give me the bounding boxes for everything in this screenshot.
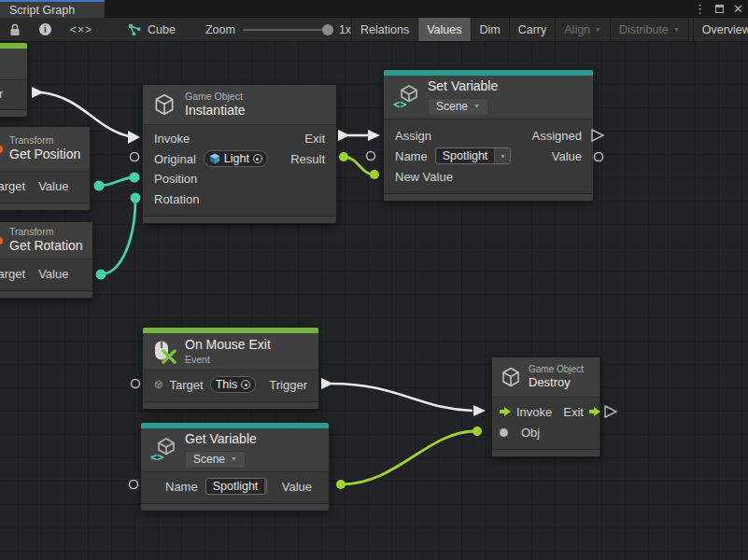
result-port-label: Result (290, 152, 325, 166)
node-title: On Mouse Exit (185, 337, 271, 354)
name-port-label: Name (395, 149, 428, 163)
node-title: Instantiate (185, 103, 246, 119)
node-instantiate[interactable]: Game Object Instantiate Invoke Exit Orig… (142, 84, 337, 224)
port-destroy-exit[interactable] (605, 406, 616, 417)
toolbar-buttons: Relations Values Dim Carry Align ▼ Distr… (351, 18, 748, 41)
window-controls: ⋮ ✕ (694, 0, 743, 18)
node-title: Get Position (9, 147, 80, 163)
port-getvariable-name[interactable] (130, 481, 138, 489)
graph-reference[interactable]: Cube (119, 18, 185, 41)
game-object-icon (209, 153, 220, 164)
zoom-slider[interactable] (243, 29, 332, 31)
chevron-down-icon: ▼ (231, 455, 237, 464)
variable-name-dropdown[interactable]: Spotlight ▼ (435, 147, 512, 164)
object-field-this[interactable]: This (210, 376, 257, 393)
variable-kind-dropdown[interactable]: Scene ▼ (185, 451, 246, 469)
graph-icon (128, 23, 142, 36)
overview-button[interactable]: Overview (693, 18, 748, 41)
relations-button[interactable]: Relations (352, 18, 418, 41)
object-field-value: This (216, 378, 238, 391)
values-button[interactable]: Values (418, 18, 471, 41)
wire-getvariable-value-to-destroy-obj[interactable] (336, 427, 482, 489)
node-hidden-event[interactable]: r (0, 42, 28, 118)
target-port-label: Target (0, 267, 25, 281)
transform-icon (0, 237, 3, 245)
node-footer (0, 109, 27, 117)
name-port-label: Name (165, 480, 198, 494)
assigned-port-label: Assigned (532, 129, 582, 143)
graph-name: Cube (148, 23, 176, 36)
object-field-light[interactable]: Light (204, 150, 268, 167)
rotation-port-label: Rotation (154, 192, 199, 206)
new-value-port-label: New Value (395, 170, 453, 184)
lock-icon (9, 23, 21, 36)
value-port-label: Value (282, 480, 312, 494)
tab-strip: Script Graph ⋮ ✕ (0, 0, 748, 18)
node-footer (384, 193, 593, 201)
cube-icon (154, 378, 163, 391)
port-setvariable-value[interactable] (595, 153, 603, 161)
lock-button[interactable] (0, 18, 30, 41)
node-footer (0, 290, 92, 298)
node-footer (143, 216, 336, 223)
wire-instantiate-exit-to-setvariable-assign[interactable] (338, 130, 380, 141)
flow-arrow-icon (500, 407, 511, 416)
relations-label: Relations (360, 23, 409, 36)
chevron-down-icon: ▼ (265, 483, 266, 490)
node-category: Transform (9, 134, 80, 147)
variable-name-value: Spotlight (206, 480, 265, 493)
node-category: Game Object (185, 91, 246, 103)
node-title: Destroy (529, 375, 584, 390)
info-button[interactable]: i (30, 18, 61, 41)
object-picker-icon[interactable] (253, 154, 262, 163)
values-label: Values (427, 23, 461, 36)
node-get-variable[interactable]: <> Get Variable Scene ▼ Name Spotlight ▼ (140, 422, 330, 511)
hidden-event-header (0, 49, 27, 80)
dim-button[interactable]: Dim (472, 18, 510, 41)
variable-kind-dropdown[interactable]: Scene ▼ (428, 98, 488, 116)
graph-canvas[interactable]: r Transform Get Position Target Value (0, 42, 748, 560)
tab-title: Script Graph (9, 4, 75, 17)
node-on-mouse-exit[interactable]: On Mouse Exit Event Target This Trigger (142, 327, 319, 410)
variable-name-dropdown[interactable]: Spotlight ▼ (205, 478, 267, 495)
node-footer (0, 203, 90, 210)
distribute-label: Distribute (619, 23, 669, 36)
node-destroy[interactable]: Game Object Destroy Invoke Exit Obj (491, 357, 600, 457)
align-button[interactable]: Align ▼ (556, 18, 611, 41)
script-graph-window: Script Graph ⋮ ✕ i <×> (0, 0, 748, 560)
wire-getposition-value-to-instantiate-position[interactable] (94, 173, 140, 191)
original-port-label: Original (154, 152, 196, 166)
zoom-value: 1x (339, 23, 351, 36)
close-icon[interactable]: ✕ (733, 3, 743, 15)
assign-port-label: Assign (395, 129, 431, 143)
port-instantiate-original[interactable] (131, 153, 139, 161)
svg-text:<>: <> (150, 451, 163, 463)
zoom-control: Zoom 1x (205, 18, 351, 41)
port-setvariable-name[interactable] (367, 152, 375, 161)
node-footer (492, 449, 600, 456)
node-get-position[interactable]: Transform Get Position Target Value (0, 126, 91, 211)
wire-mouseexit-trigger-to-destroy-invoke[interactable] (321, 378, 486, 416)
menu-icon[interactable]: ⋮ (694, 3, 706, 15)
transform-icon (0, 146, 3, 153)
obj-port-label: Obj (521, 426, 540, 440)
wire-getrotation-value-to-instantiate-rotation[interactable] (96, 193, 141, 280)
wire-instantiate-result-to-setvariable-newvalue[interactable] (339, 152, 379, 179)
node-get-rotation[interactable]: Transform Get Rotation Target Value (0, 221, 93, 299)
object-picker-icon[interactable] (241, 380, 250, 389)
carry-button[interactable]: Carry (510, 18, 557, 41)
align-label: Align (564, 23, 590, 36)
invoke-port-label: Invoke (154, 132, 190, 146)
zoom-slider-handle[interactable] (322, 24, 333, 35)
code-view-button[interactable]: <×> (61, 18, 102, 41)
port-mouseexit-target[interactable] (132, 380, 140, 388)
variable-kind-value: Scene (193, 453, 225, 467)
variable-kind-value: Scene (436, 100, 468, 114)
tab-script-graph[interactable]: Script Graph (0, 0, 105, 18)
node-footer (141, 503, 329, 511)
maximize-icon[interactable] (715, 3, 724, 15)
distribute-button[interactable]: Distribute ▼ (611, 18, 689, 41)
cube-icon (500, 366, 522, 388)
node-category: Transform (9, 226, 83, 238)
node-set-variable[interactable]: <> Set Variable Scene ▼ Assign Assigned (383, 69, 594, 202)
